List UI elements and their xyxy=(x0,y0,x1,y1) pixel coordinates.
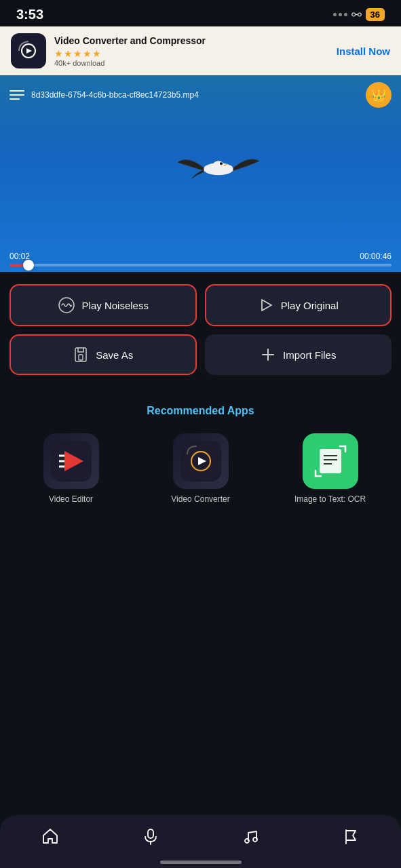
ad-title: Video Converter and Compressor xyxy=(54,35,328,46)
app-icon-video-converter xyxy=(173,433,229,489)
video-content xyxy=(174,138,263,202)
waveform-icon xyxy=(58,296,75,314)
nav-home[interactable] xyxy=(28,823,73,849)
apps-row: Video Editor Video Converter xyxy=(9,433,392,504)
menu-icon[interactable] xyxy=(9,90,24,100)
app-item-video-converter[interactable]: Video Converter xyxy=(139,433,262,504)
nav-music[interactable] xyxy=(228,823,273,849)
ad-downloads: 40k+ download xyxy=(54,59,328,67)
svg-marker-7 xyxy=(262,300,271,311)
app-icon-video-editor xyxy=(43,433,99,489)
nav-microphone[interactable] xyxy=(128,823,173,849)
progress-track[interactable] xyxy=(9,264,392,267)
action-buttons: Play Noiseless Play Original Save As Imp… xyxy=(0,272,401,383)
crown-button[interactable]: 👑 xyxy=(366,82,392,108)
save-as-button[interactable]: Save As xyxy=(9,334,197,375)
play-original-label: Play Original xyxy=(281,300,339,311)
recommended-section: Recommended Apps Video Editor xyxy=(0,383,401,517)
progress-thumb[interactable] xyxy=(23,260,34,271)
play-noiseless-button[interactable]: Play Noiseless xyxy=(9,284,197,326)
svg-point-5 xyxy=(220,162,223,165)
battery-badge: 36 xyxy=(366,8,385,21)
play-original-button[interactable]: Play Original xyxy=(205,284,392,326)
timeline[interactable]: 00:02 00:00:46 xyxy=(0,252,401,272)
ad-app-icon xyxy=(11,33,46,68)
status-bar: 3:53 ⚯ 36 xyxy=(0,0,401,26)
time-labels: 00:02 00:00:46 xyxy=(9,252,392,261)
status-icons: ⚯ 36 xyxy=(333,7,385,22)
total-time: 00:00:46 xyxy=(360,252,392,261)
status-time: 3:53 xyxy=(16,7,43,22)
save-icon xyxy=(73,347,89,363)
video-player: 8d33ddfe-6754-4c6b-bbca-cf8ec14723b5.mp4… xyxy=(0,75,401,272)
signal-icon xyxy=(333,13,347,16)
recommended-title: Recommended Apps xyxy=(9,405,392,417)
import-files-label: Import Files xyxy=(283,349,336,361)
music-icon xyxy=(242,827,259,845)
home-icon xyxy=(41,827,59,845)
video-topbar: 8d33ddfe-6754-4c6b-bbca-cf8ec14723b5.mp4… xyxy=(0,75,401,115)
flag-icon xyxy=(342,827,360,845)
app-label-video-converter: Video Converter xyxy=(171,494,230,504)
svg-rect-26 xyxy=(148,829,153,838)
import-files-button[interactable]: Import Files xyxy=(205,334,392,375)
play-icon xyxy=(258,297,274,313)
app-label-video-editor: Video Editor xyxy=(49,494,93,504)
ad-stars: ★★★★★ xyxy=(54,48,328,59)
svg-point-28 xyxy=(245,839,249,843)
save-as-label: Save As xyxy=(96,349,133,361)
svg-rect-22 xyxy=(320,449,341,473)
install-now-button[interactable]: Install Now xyxy=(337,45,390,57)
home-indicator xyxy=(160,861,242,864)
link-icon: ⚯ xyxy=(351,7,362,22)
app-icon-ocr xyxy=(303,433,358,489)
svg-point-4 xyxy=(213,161,224,169)
plus-icon xyxy=(260,347,276,363)
ad-banner: Video Converter and Compressor ★★★★★ 40k… xyxy=(0,26,401,75)
play-noiseless-label: Play Noiseless xyxy=(82,300,149,311)
svg-point-29 xyxy=(253,837,257,842)
app-item-ocr[interactable]: Image to Text: OCR xyxy=(269,433,392,504)
app-item-video-editor[interactable]: Video Editor xyxy=(9,433,132,504)
top-buttons-row: Play Noiseless Play Original xyxy=(9,284,392,326)
microphone-icon xyxy=(142,827,159,845)
ad-text: Video Converter and Compressor ★★★★★ 40k… xyxy=(54,35,328,67)
video-filename: 8d33ddfe-6754-4c6b-bbca-cf8ec14723b5.mp4 xyxy=(31,90,359,100)
bottom-buttons-row: Save As Import Files xyxy=(9,334,392,375)
app-label-ocr: Image to Text: OCR xyxy=(294,494,366,504)
nav-flag[interactable] xyxy=(328,823,373,849)
svg-rect-9 xyxy=(79,355,83,360)
